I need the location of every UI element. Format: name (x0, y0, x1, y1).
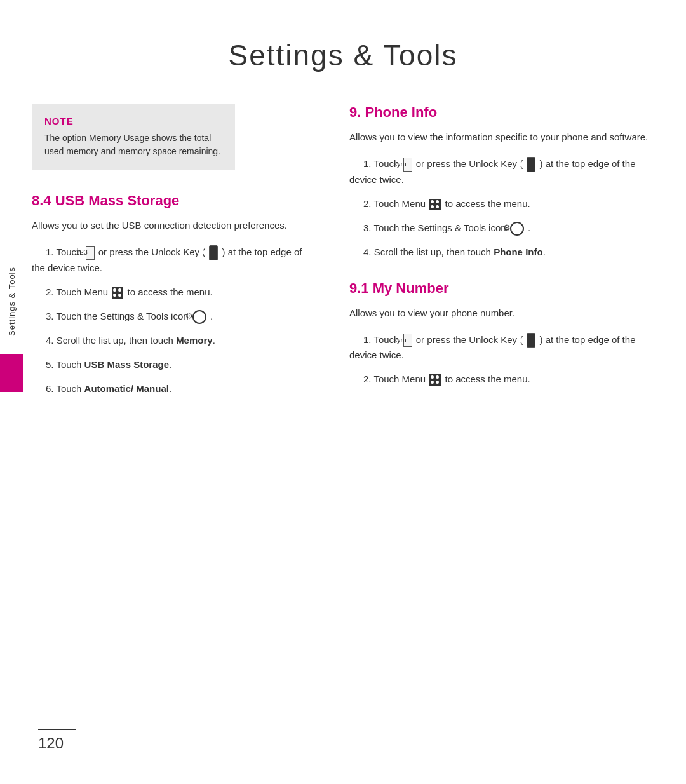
usb-step-2-text: to access the menu. (127, 287, 212, 297)
phone-info-step-1-number: 1. (363, 158, 373, 169)
usb-step-5-text: 5. Touch USB Mass Storage. (46, 359, 172, 370)
usb-steps-list: 1. Touch 123 or press the Unlock Key ( ■… (32, 245, 318, 396)
usb-step-1: 1. Touch 123 or press the Unlock Key ( ■… (32, 245, 318, 276)
page-number: 120 (38, 734, 64, 752)
unlock-key-icon-2: ■ (527, 157, 535, 172)
gear-icon-2: ⚙ (510, 222, 524, 236)
phone-info-desc: Allows you to view the information speci… (349, 130, 661, 145)
phone-info-step-3-text: 3. Touch the Settings & Tools icon (363, 222, 509, 233)
note-text: The option Memory Usage shows the total … (44, 132, 222, 158)
my-number-step-2-text: 2. Touch Menu (363, 374, 428, 384)
my-number-step-2-rest: to access the menu. (445, 374, 530, 384)
note-title: NOTE (44, 116, 222, 126)
page-container: Settings & Tools Settings & Tools NOTE T… (0, 0, 686, 784)
phone-info-step-4-text: 4. Scroll the list up, then touch Phone … (363, 247, 546, 257)
usb-step-2: 2. Touch Menu to access the menu. (32, 285, 318, 300)
sidebar-tab-bar (0, 354, 23, 392)
phone-info-step-2-rest: to access the menu. (445, 198, 530, 209)
unlock-key-icon-3: ■ (527, 333, 535, 348)
usb-step-5: 5. Touch USB Mass Storage. (32, 357, 318, 372)
phone-info-step-3-dot: . (528, 222, 530, 233)
usb-step-3: 3. Touch the Settings & Tools icon ⚙ . (32, 309, 318, 324)
page-divider (38, 729, 76, 730)
phone-info-section-heading: 9. Phone Info (349, 104, 661, 121)
usb-step-6: 6. Touch Automatic/ Manual. (32, 381, 318, 396)
usb-section-heading: 8.4 USB Mass Storage (32, 193, 318, 209)
usb-mass-storage-bold: USB Mass Storage (84, 359, 169, 370)
menu-grid-icon-1 (112, 287, 123, 299)
usb-step-3-text: 3. Touch the Settings & Tools icon (46, 311, 191, 321)
usb-step-1-or: or press the Unlock Key ( (98, 247, 205, 257)
menu-grid-icon-3 (429, 374, 441, 386)
my-number-section-heading: 9.1 My Number (349, 280, 661, 297)
usb-step-4: 4. Scroll the list up, then touch Memory… (32, 333, 318, 348)
phone-info-step-1: 1. Touch sym or press the Unlock Key ( ■… (349, 156, 661, 187)
phone-info-step-4: 4. Scroll the list up, then touch Phone … (349, 245, 661, 260)
unlock-key-icon-1: ■ (209, 245, 218, 260)
sidebar-tab-label: Settings & Tools (7, 267, 17, 342)
usb-step-3-dot: . (210, 311, 213, 321)
menu-grid-icon-2 (429, 199, 441, 210)
usb-step-6-text: 6. Touch Automatic/ Manual. (46, 383, 172, 394)
usb-step-2-number: 2. Touch Menu (46, 287, 111, 297)
note-box: NOTE The option Memory Usage shows the t… (32, 104, 235, 170)
usb-step-4-text: 4. Scroll the list up, then touch Memory… (46, 335, 215, 346)
my-number-steps-list: 1. Touch sym or press the Unlock Key ( ■… (349, 332, 661, 388)
phone-info-step-2-text: 2. Touch Menu (363, 198, 428, 209)
sidebar-tab: Settings & Tools (0, 267, 23, 432)
my-number-step-1: 1. Touch sym or press the Unlock Key ( ■… (349, 332, 661, 363)
key-123-badge: 123 (86, 246, 95, 260)
left-column: NOTE The option Memory Usage shows the t… (32, 104, 337, 405)
my-number-step-2: 2. Touch Menu to access the menu. (349, 372, 661, 387)
content-columns: NOTE The option Memory Usage shows the t… (0, 104, 686, 405)
phone-info-step-2: 2. Touch Menu to access the menu. (349, 196, 661, 212)
usb-auto-manual-bold: Automatic/ Manual (84, 383, 169, 394)
phone-info-steps-list: 1. Touch sym or press the Unlock Key ( ■… (349, 156, 661, 260)
my-number-step-1-number: 1. (363, 334, 373, 345)
phone-info-bold: Phone Info (494, 247, 543, 257)
usb-step-1-number: 1. (46, 247, 56, 257)
gear-icon-1: ⚙ (192, 310, 206, 324)
key-sym-badge-2: sym (403, 334, 412, 348)
phone-info-step-1-or: or press the Unlock Key ( (416, 158, 523, 169)
my-number-step-1-or: or press the Unlock Key ( (416, 334, 523, 345)
usb-section-desc: Allows you to set the USB connection det… (32, 218, 318, 233)
right-column: 9. Phone Info Allows you to view the inf… (337, 104, 661, 405)
usb-memory-bold: Memory (176, 335, 213, 346)
page-title: Settings & Tools (0, 38, 686, 72)
my-number-desc: Allows you to view your phone number. (349, 306, 661, 321)
key-sym-badge-1: sym (403, 158, 412, 172)
phone-info-step-3: 3. Touch the Settings & Tools icon ⚙ . (349, 220, 661, 236)
